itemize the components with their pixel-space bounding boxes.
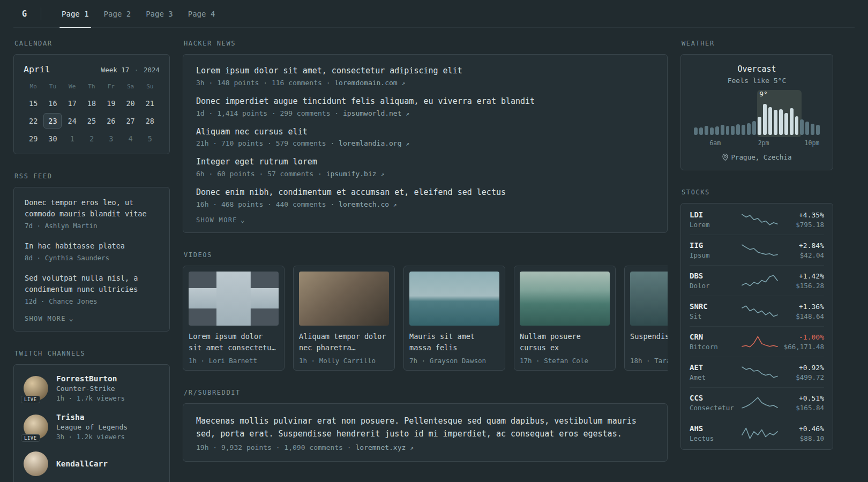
weather-card: Overcast Feels like 5°C 9° 6am 2pm 10pm …	[680, 54, 833, 170]
stocks-section-title: STOCKS	[682, 189, 833, 196]
stock-row[interactable]: CRN Bitcorn -1.00% $66,171.48	[690, 326, 824, 357]
stock-symbol: IIG	[690, 241, 737, 250]
calendar-day: 15	[24, 95, 42, 111]
hn-domain-link[interactable]: loremdomain.com	[334, 79, 397, 87]
hn-domain-link[interactable]: loremtech.co	[339, 200, 389, 208]
stock-name: Ipsum	[690, 251, 737, 259]
stock-symbol: SNRC	[690, 302, 737, 311]
stock-change: +0.46%	[783, 425, 824, 433]
video-meta: 17h · Stefan Cole	[520, 357, 610, 365]
top-navigation: G Page 1 Page 2 Page 3 Page 4	[0, 0, 868, 28]
calendar-day: 18	[83, 95, 101, 111]
video-card[interactable]: Nullam posuere cursus ex 17h · Stefan Co…	[514, 266, 616, 371]
nav-tab-page-2[interactable]: Page 2	[96, 0, 139, 27]
weather-section-title: WEATHER	[682, 40, 833, 47]
hn-item-title[interactable]: Aliquam nec cursus elit	[196, 126, 654, 138]
channel-game: League of Legends	[56, 423, 128, 431]
hn-item-title[interactable]: Lorem ipsum dolor sit amet, consectetur …	[196, 65, 654, 77]
stock-sparkline	[741, 213, 779, 227]
video-thumbnail[interactable]	[630, 272, 668, 326]
stock-row[interactable]: CCS Consectetur +0.51% $165.84	[690, 387, 824, 418]
nav-tab-page-1[interactable]: Page 1	[54, 0, 96, 27]
stock-symbol: DBS	[690, 272, 737, 280]
channel-name[interactable]: KendallCarr	[56, 460, 108, 468]
channel-name[interactable]: Trisha	[56, 413, 128, 421]
hn-meta-text: 3h · 148 points · 116 comments ·	[196, 79, 334, 87]
avatar-wrap	[24, 451, 48, 476]
calendar-day: 21	[141, 95, 159, 111]
weather-bar	[800, 119, 804, 135]
twitch-channel[interactable]: KendallCarr	[24, 451, 160, 476]
video-thumbnail[interactable]	[409, 272, 499, 326]
weather-bar	[795, 116, 799, 135]
twitch-channel[interactable]: LIVE Trisha League of Legends 3h · 1.2k …	[24, 413, 160, 441]
calendar-day: 19	[102, 95, 120, 111]
video-meta: 1h · Molly Carrillo	[299, 357, 389, 365]
hn-item-title[interactable]: Integer eget rutrum lorem	[196, 156, 654, 168]
hn-item-title[interactable]: Donec imperdiet augue tincidunt felis al…	[196, 96, 654, 108]
stock-sparkline	[741, 243, 779, 257]
rss-item-title[interactable]: Donec tempor eros leo, ut commodo mauris…	[25, 197, 159, 220]
weather-axis-label: 10pm	[805, 139, 820, 147]
calendar-day: 30	[43, 131, 62, 146]
external-link-icon: ↗	[410, 445, 414, 451]
rss-item-title[interactable]: In hac habitasse platea	[25, 240, 159, 252]
live-badge: LIVE	[21, 434, 40, 442]
stock-name: Bitcorn	[690, 343, 737, 351]
stock-row[interactable]: IIG Ipsum +2.84% $42.04	[690, 235, 824, 265]
video-thumbnail[interactable]	[189, 272, 279, 326]
video-card[interactable]: Lorem ipsum dolor sit amet consectetu… 1…	[183, 266, 285, 371]
hn-show-more-button[interactable]: SHOW MORE ⌄	[196, 216, 245, 224]
reddit-post-meta: 19h · 9,932 points · 1,090 comments · lo…	[196, 443, 654, 451]
video-thumbnail[interactable]	[299, 272, 389, 326]
hn-meta-text: 16h · 468 points · 440 comments ·	[196, 200, 339, 208]
reddit-domain-link[interactable]: loremnet.xyz	[355, 443, 406, 451]
stock-price: $42.04	[783, 251, 824, 259]
video-card[interactable]: Mauris sit amet massa felis 7h · Grayson…	[403, 266, 505, 371]
weather-bar	[699, 127, 703, 135]
weather-bar	[726, 126, 730, 135]
calendar-day: 16	[43, 95, 62, 111]
videos-row: Lorem ipsum dolor sit amet consectetu… 1…	[183, 266, 668, 371]
reddit-post-title[interactable]: Maecenas mollis pulvinar erat non posuer…	[196, 415, 654, 440]
external-link-icon: ↗	[406, 110, 409, 117]
weather-bar	[816, 125, 820, 135]
stock-sparkline	[741, 396, 779, 410]
stock-name: Sit	[690, 312, 737, 320]
channel-meta: 3h · 1.2k viewers	[56, 433, 128, 441]
hn-domain-link[interactable]: ipsumworld.net	[343, 109, 402, 117]
rss-item-title[interactable]: Sed volutpat nulla nisl, a condimentum n…	[25, 273, 159, 295]
rss-item-meta: 8d · Cynthia Saunders	[25, 254, 159, 262]
hn-domain-link[interactable]: ipsumify.biz	[326, 170, 377, 178]
stock-price: $499.72	[783, 373, 824, 381]
right-column: WEATHER Overcast Feels like 5°C 9° 6am 2…	[680, 40, 833, 468]
stock-row[interactable]: AET Amet +0.92% $499.72	[690, 357, 824, 387]
stock-name: Lorem	[690, 221, 737, 229]
stock-sparkline	[741, 365, 779, 379]
weather-bar	[774, 110, 777, 135]
stock-row[interactable]: AHS Lectus +0.46% $88.10	[690, 418, 824, 448]
subreddit-section-title: /R/SUBREDDIT	[184, 389, 668, 396]
hn-domain-link[interactable]: loremlandia.org	[339, 139, 401, 147]
video-card[interactable]: Suspendisse diam 18h · Tara	[624, 266, 668, 371]
rss-show-more-button[interactable]: SHOW MORE ⌄	[25, 315, 74, 322]
stock-row[interactable]: DBS Dolor +1.42% $156.28	[690, 265, 824, 296]
calendar-year: 2024	[144, 66, 160, 74]
video-title[interactable]: Mauris sit amet massa felis	[409, 331, 499, 353]
video-thumbnail[interactable]	[520, 272, 610, 326]
hn-item-title[interactable]: Donec enim nibh, condimentum et accumsan…	[196, 187, 654, 199]
twitch-card: LIVE ForrestBurton Counter-Strike 1h · 1…	[13, 364, 170, 482]
stock-row[interactable]: LDI Lorem +4.35% $795.18	[690, 205, 824, 235]
video-title[interactable]: Suspendisse diam	[630, 331, 668, 353]
video-title[interactable]: Lorem ipsum dolor sit amet consectetu…	[189, 331, 279, 353]
nav-tab-page-3[interactable]: Page 3	[138, 0, 181, 27]
calendar-widget: CALENDAR April Week 17 · 2024 Mo Tu We T…	[13, 40, 170, 154]
video-title[interactable]: Nullam posuere cursus ex	[520, 331, 610, 353]
video-card[interactable]: Aliquam tempor dolor nec pharetra… 1h · …	[293, 266, 395, 371]
nav-tab-page-4[interactable]: Page 4	[181, 0, 223, 27]
channel-name[interactable]: ForrestBurton	[56, 374, 125, 383]
avatar-wrap: LIVE	[24, 415, 48, 439]
stock-row[interactable]: SNRC Sit +1.36% $148.64	[690, 296, 824, 326]
twitch-channel[interactable]: LIVE ForrestBurton Counter-Strike 1h · 1…	[24, 374, 160, 402]
video-title[interactable]: Aliquam tempor dolor nec pharetra…	[299, 331, 389, 353]
